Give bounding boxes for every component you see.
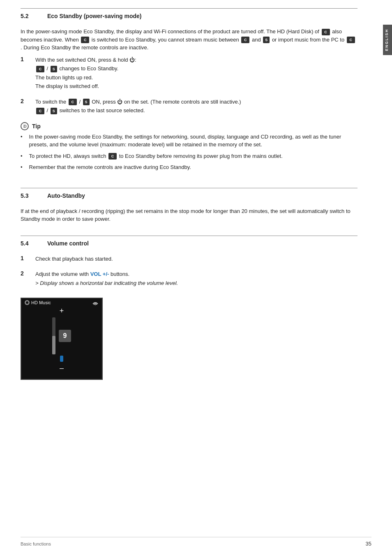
icon-s-step2: S — [83, 99, 90, 105]
footer-section-label: Basic functions — [21, 541, 51, 546]
section-5-4-body: 1 Check that playback has started. 2 Adj… — [21, 255, 357, 395]
vol-body: + 9 – — [21, 307, 102, 372]
section-5-3-text: If at the end of playback / recording (r… — [21, 207, 357, 223]
step-5-4-1: 1 Check that playback has started. — [21, 255, 357, 263]
step-5-4-2: 2 Adjust the volume with VOL +/- buttons… — [21, 270, 357, 290]
vol-header-icons — [92, 300, 99, 305]
section-5-4-number: 5.4 — [21, 240, 35, 247]
section-5-4: 5.4 Volume control 1 Check that playback… — [21, 236, 357, 395]
step-5-2-1-text: With the set switched ON, press & hold ⏻… — [35, 57, 136, 63]
step-5-2-2-content: To switch the C / S ON, press ⏻ on the s… — [35, 98, 357, 115]
tip-item-2: To protect the HD, always switch C to Ec… — [21, 152, 357, 160]
section-5-2-number: 5.2 — [21, 13, 35, 19]
step-5-4-2-text: Adjust the volume with VOL +/- buttons. — [35, 271, 129, 277]
icon-s-step1: S — [51, 66, 57, 72]
icon-c-inline-3: C — [241, 37, 249, 43]
vol-bar — [52, 317, 55, 354]
section-5-2-intro: In the power-saving mode Eco Standby, th… — [21, 28, 357, 52]
vol-header-music-icon — [25, 300, 30, 305]
section-5-2-header: 5.2 Eco Standby (power-saving mode) — [21, 8, 357, 23]
step-5-2-1-label: 1 — [21, 56, 29, 62]
section-5-3-number: 5.3 — [21, 192, 35, 199]
vol-plus-symbol: + — [60, 307, 64, 315]
section-5-3-body: If at the end of playback / recording (r… — [21, 207, 357, 236]
icon-c-step2: C — [69, 99, 77, 105]
tip-header: ⟄ Tip — [21, 122, 357, 130]
icon-s-step2-sub: S — [51, 108, 57, 114]
footer: Basic functions 35 — [21, 537, 371, 547]
step-5-4-2-content: Adjust the volume with VOL +/- buttons. … — [35, 270, 357, 290]
step-5-2-2-sub-text: switches to the last source selected. — [59, 107, 145, 113]
icon-c-step1: C — [36, 66, 44, 72]
vol-header-wifi-icon — [92, 300, 99, 305]
vol-display-header: HD Music — [21, 298, 102, 307]
tip-list: In the power-saving mode Eco Standby, th… — [21, 133, 357, 171]
vol-bar-container: 9 — [52, 317, 71, 354]
side-tab: ENGLISH — [383, 25, 392, 55]
footer-page-number: 35 — [366, 541, 371, 547]
step-5-4-2-italic: > Display shows a horizontal bar indicat… — [35, 279, 357, 287]
step-5-4-1-label: 1 — [21, 255, 29, 261]
icon-c-inline-1: C — [322, 29, 330, 35]
vol-blue-indicator — [60, 356, 63, 362]
section-5-2-title: Eco Standby (power-saving mode) — [47, 13, 141, 19]
step-5-2-2-sub: C / S switches to the last source select… — [35, 106, 357, 115]
tip-item-3: Remember that the remote controls are in… — [21, 163, 357, 171]
section-5-4-header: 5.4 Volume control — [21, 236, 357, 250]
section-5-2-body: In the power-saving mode Eco Standby, th… — [21, 28, 357, 188]
step-5-2-1-sub1-text: changes to Eco Standby. — [59, 65, 118, 72]
vol-bar-fill — [52, 336, 55, 354]
icon-c-tip: C — [108, 153, 117, 160]
step-5-4-1-text: Check that playback has started. — [35, 256, 113, 262]
step-5-2-1-sub2: The button lights up red. — [35, 74, 357, 82]
vol-text: VOL +/- — [90, 271, 109, 277]
step-5-2-1: 1 With the set switched ON, press & hold… — [21, 56, 357, 90]
vol-header-title: HD Music — [31, 300, 51, 305]
section-5-3-header: 5.3 Auto-Standby — [21, 188, 357, 202]
section-5-3: 5.3 Auto-Standby If at the end of playba… — [21, 188, 357, 236]
volume-display: HD Music + — [21, 298, 103, 380]
section-5-3-title: Auto-Standby — [47, 192, 85, 199]
icon-c-inline-2: C — [81, 37, 89, 43]
step-5-2-1-content: With the set switched ON, press & hold ⏻… — [35, 56, 357, 90]
step-5-2-2: 2 To switch the C / S ON, press ⏻ on the… — [21, 98, 357, 115]
vol-minus-symbol: – — [60, 364, 64, 372]
page-container: ENGLISH 5.2 Eco Standby (power-saving mo… — [0, 0, 392, 555]
tip-item-1-text: In the power-saving mode Eco Standby, th… — [29, 133, 357, 149]
tip-icon: ⟄ — [21, 122, 29, 130]
step-5-2-1-sub1: C / S changes to Eco Standby. — [35, 65, 357, 73]
svg-point-0 — [95, 305, 96, 305]
tip-item-3-text: Remember that the remote controls are in… — [29, 163, 191, 171]
step-5-2-2-text: To switch the C / S ON, press ⏻ on the s… — [35, 99, 241, 105]
step-5-4-2-label: 2 — [21, 270, 29, 277]
tip-title: Tip — [32, 123, 41, 130]
step-5-2-1-sub3: The display is switched off. — [35, 82, 357, 90]
step-5-2-2-label: 2 — [21, 98, 29, 104]
tip-box: ⟄ Tip In the power-saving mode Eco Stand… — [21, 122, 357, 171]
step-5-4-1-content: Check that playback has started. — [35, 255, 357, 263]
section-5-2: 5.2 Eco Standby (power-saving mode) In t… — [21, 8, 357, 188]
section-5-4-title: Volume control — [47, 240, 89, 247]
vol-number: 9 — [59, 330, 71, 342]
tip-item-1: In the power-saving mode Eco Standby, th… — [21, 133, 357, 149]
main-content: 5.2 Eco Standby (power-saving mode) In t… — [0, 0, 378, 555]
icon-s-inline-1: S — [263, 37, 270, 43]
icon-c-inline-4: C — [347, 37, 355, 43]
tip-item-2-text: To protect the HD, always switch C to Ec… — [29, 152, 283, 160]
icon-c-step2-sub: C — [36, 108, 44, 114]
